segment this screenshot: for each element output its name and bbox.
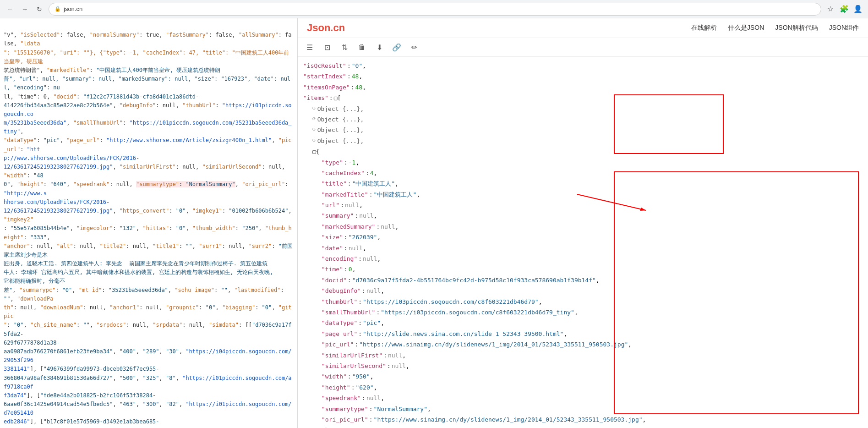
- header-nav: 在线解析 什么是JSON JSON解析代码 JSON组件: [691, 24, 859, 32]
- tree-picurl: "pic_url" : "https://www.sinaimg.cn/dy/s…: [303, 339, 863, 350]
- address-bar[interactable]: 🔒 json.cn: [49, 3, 821, 16]
- nav-parse-code[interactable]: JSON解析代码: [775, 24, 818, 32]
- link-button[interactable]: 🔗: [390, 41, 403, 54]
- tree-view-button[interactable]: ☰: [303, 41, 316, 54]
- tree-markedsummary: "markedSummary" : null,: [303, 221, 863, 232]
- profile-button[interactable]: 👤: [852, 4, 863, 15]
- tree-height: "height" : "620",: [303, 382, 863, 393]
- extensions-button[interactable]: 🧩: [839, 4, 850, 15]
- tree-thumburl: "thumbUrl" : "https://i03piccdn.sogoucdn…: [303, 296, 863, 307]
- left-panel[interactable]: "v", "isSelected": false, "normalSummary…: [0, 18, 298, 428]
- nav-what-json[interactable]: 什么是JSON: [728, 24, 764, 32]
- browser-bar: ← → ↻ 🔒 json.cn ☆ 🧩 👤: [0, 0, 868, 18]
- tree-url: "url" : null,: [303, 200, 863, 210]
- main-container: "v", "isSelected": false, "normalSummary…: [0, 18, 868, 428]
- tree-expanded-start: ▢{: [303, 146, 863, 157]
- star-button[interactable]: ☆: [825, 4, 836, 15]
- tree-line-startindex: "startIndex" : 48,: [303, 71, 863, 82]
- tree-smallthumburl: "smallThumbUrl" : "https://i03piccdn.sog…: [303, 307, 863, 318]
- tree-similarurlsecond: "similarUrlSecond" : null,: [303, 361, 863, 371]
- tree-object-2[interactable]: ⚆ Object {...},: [303, 114, 863, 125]
- json-tree: "isQcResult" : "0", "startIndex" : 48, "…: [298, 57, 868, 428]
- tree-speedrank: "speedrank" : null,: [303, 393, 863, 403]
- tree-line-items: "items" : ▢[: [303, 93, 863, 103]
- tree-size: "size" : "262039",: [303, 232, 863, 242]
- tree-object-3[interactable]: ⚆ Object {...},: [303, 125, 863, 135]
- nav-online-parse[interactable]: 在线解析: [691, 24, 717, 32]
- tree-type: "type" : -1,: [303, 157, 863, 168]
- json-text-content: "v", "isSelected": false, "normalSummary…: [4, 20, 294, 428]
- logo-cn: cn: [333, 22, 345, 33]
- browser-actions: ☆ 🧩 👤: [825, 4, 863, 15]
- tree-cacheindex: "cacheIndex" : 4,: [303, 168, 863, 178]
- tree-line-itemsonpage: "itemsOnPage" : 48,: [303, 82, 863, 93]
- back-button[interactable]: ←: [5, 4, 16, 15]
- tree-object-4[interactable]: ⚆ Object {...},: [303, 136, 863, 146]
- tree-width: "width" : "950",: [303, 371, 863, 382]
- download-button[interactable]: ⬇: [373, 41, 386, 54]
- tree-datatype: "dataType" : "pic",: [303, 318, 863, 328]
- tree-line-isqcresult: "isQcResult" : "0",: [303, 60, 863, 71]
- tree-oripicurl: "ori_pic_url" : "https://www.sinaimg.cn/…: [303, 414, 863, 425]
- address-text: json.cn: [64, 5, 815, 12]
- toolbar-buttons: ☰ ⊡ ⇅ 🗑 ⬇ 🔗 ✏: [303, 41, 420, 54]
- tree-title: "title" : "中国建筑工人",: [303, 178, 863, 189]
- site-logo: Json.cn: [307, 22, 345, 34]
- tree-encoding: "encoding" : null,: [303, 253, 863, 264]
- tree-docid: "docid" : "d7036c9a17f5fda2-4b551764bc9f…: [303, 275, 863, 285]
- sort-button[interactable]: ⇅: [338, 41, 351, 54]
- refresh-button[interactable]: ↻: [34, 4, 45, 15]
- forward-button[interactable]: →: [19, 4, 30, 15]
- delete-button[interactable]: 🗑: [355, 41, 368, 54]
- edit-button[interactable]: ✏: [408, 41, 420, 54]
- tree-summarytype: "summarytype" : "NormalSummary",: [303, 404, 863, 414]
- tree-date: "date" : null,: [303, 243, 863, 253]
- right-panel-content[interactable]: "isQcResult" : "0", "startIndex" : 48, "…: [298, 57, 868, 428]
- nav-component[interactable]: JSON组件: [829, 24, 859, 32]
- tree-httpsconvert: "https_convert" : "1",: [303, 425, 863, 428]
- tree-object-1[interactable]: ⚆ Object {...},: [303, 104, 863, 114]
- tree-summary: "summary" : null,: [303, 210, 863, 221]
- lock-icon: 🔒: [55, 6, 61, 12]
- right-panel-wrapper: Json.cn 在线解析 什么是JSON JSON解析代码 JSON组件 ☰ ⊡…: [298, 18, 868, 428]
- copy-button[interactable]: ⊡: [321, 41, 333, 54]
- tree-similarurlfirst: "similarUrlFirst" : null,: [303, 350, 863, 361]
- logo-text: Json: [307, 22, 330, 33]
- tree-time: "time" : 0,: [303, 264, 863, 274]
- site-header: Json.cn 在线解析 什么是JSON JSON解析代码 JSON组件: [298, 18, 868, 38]
- tree-debuginfo: "debugInfo" : null,: [303, 285, 863, 296]
- right-panel-toolbar: ☰ ⊡ ⇅ 🗑 ⬇ 🔗 ✏: [298, 38, 868, 57]
- tree-pageurl: "page_url" : "http://slide.news.sina.com…: [303, 329, 863, 339]
- tree-markedtitle: "markedTitle" : "中国建筑工人",: [303, 189, 863, 200]
